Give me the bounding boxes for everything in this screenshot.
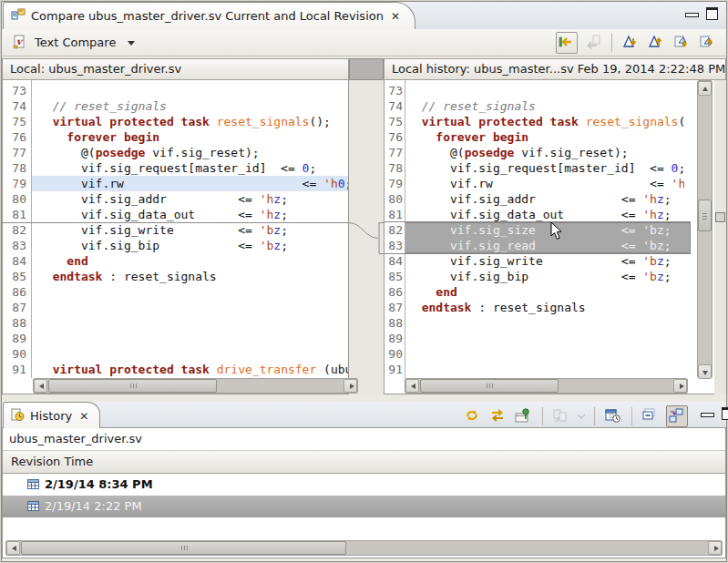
code-line-91[interactable]: 91 virtual protected task drive_transfer…	[3, 362, 348, 377]
scroll-left-arrow[interactable]	[6, 541, 20, 555]
minimize-icon[interactable]	[701, 413, 714, 417]
code-line-90[interactable]: 90	[385, 346, 684, 362]
minimize-icon[interactable]	[685, 13, 699, 17]
code-line-77[interactable]: 77 @(posedge vif.sig_reset);	[385, 145, 684, 160]
code-line-76[interactable]: 76 forever begin	[3, 129, 348, 145]
scroll-left-arrow[interactable]	[34, 379, 47, 393]
chevron-down-icon[interactable]	[128, 41, 135, 46]
code-line-83[interactable]: 83 vif.sig_bip <= 'bz;	[3, 238, 348, 253]
code-line-87[interactable]: 87 endtask : reset_signals	[385, 300, 684, 315]
code-line-75[interactable]: 75 virtual protected task reset_signals(…	[3, 114, 348, 129]
code-line-74[interactable]: 74 // reset_signals	[385, 98, 684, 114]
history-revision-row[interactable]: 2/19/14 8:34 PM	[3, 474, 725, 496]
code-text: vif.sig_read <= 'bz;	[407, 238, 672, 253]
vertical-scroll-thumb[interactable]	[698, 200, 712, 231]
refresh-icon[interactable]	[463, 406, 483, 426]
code-line-73[interactable]: 73	[3, 83, 348, 98]
code-line-89[interactable]: 89	[385, 331, 684, 346]
next-change-icon[interactable]	[672, 33, 692, 53]
code-text: forever begin	[407, 129, 528, 145]
line-number: 82	[385, 222, 403, 238]
scroll-down-arrow[interactable]	[698, 364, 712, 379]
code-line-76[interactable]: 76 forever begin	[385, 129, 684, 145]
history-horizontal-scrollbar[interactable]	[5, 540, 723, 556]
history-revision-row[interactable]: 2/19/14 2:22 PM	[3, 496, 725, 517]
right-code-area[interactable]: 7374 // reset_signals75 virtual protecte…	[385, 80, 684, 378]
code-text: @(posedge vif.sig_reset);	[407, 145, 629, 160]
code-line-80[interactable]: 80 vif.sig_addr <= 'hz;	[385, 191, 684, 207]
code-line-86[interactable]: 86	[3, 284, 348, 300]
scroll-right-arrow[interactable]	[343, 379, 357, 393]
code-line-87[interactable]: 87	[3, 300, 348, 315]
next-difference-icon[interactable]	[620, 33, 641, 53]
code-line-88[interactable]: 88	[3, 315, 348, 331]
compare-mode-icon[interactable]	[666, 405, 688, 427]
line-number: 82	[3, 222, 26, 238]
code-line-73[interactable]: 73	[385, 83, 684, 98]
editor-window-buttons	[685, 7, 718, 20]
code-line-78[interactable]: 78 vif.sig_request[master_id] <= 0;	[385, 160, 684, 176]
history-content: ubus_master_driver.sv Revision Time 2/19…	[2, 428, 726, 558]
scroll-right-arrow[interactable]	[708, 541, 722, 555]
code-line-79[interactable]: 79 vif.rw <= 'h0;	[3, 176, 348, 191]
compare-editor-tab[interactable]: Compare ubus_master_driver.sv Current an…	[3, 2, 415, 29]
right-vertical-scrollbar[interactable]	[697, 80, 713, 378]
right-horizontal-scrollbar[interactable]	[405, 378, 688, 394]
code-text: virtual protected task reset_signals();	[407, 114, 684, 129]
toolbar-separator	[542, 407, 543, 425]
code-line-78[interactable]: 78 vif.sig_request[master_id] <= 0;	[3, 160, 348, 176]
code-line-81[interactable]: 81 vif.sig_data_out <= 'hz;	[3, 207, 348, 222]
line-number: 90	[385, 346, 403, 362]
previous-change-icon[interactable]	[697, 33, 717, 53]
code-line-90[interactable]: 90	[3, 346, 348, 362]
code-line-80[interactable]: 80 vif.sig_addr <= 'hz;	[3, 191, 348, 207]
dropdown-caret-icon[interactable]	[577, 406, 586, 426]
copy-all-right-to-left-icon[interactable]	[556, 32, 578, 54]
link-with-editor-icon[interactable]	[488, 406, 508, 426]
code-line-77[interactable]: 77 @(posedge vif.sig_reset);	[3, 145, 348, 160]
code-line-79[interactable]: 79 vif.rw <= 'h0;	[385, 176, 684, 191]
code-line-85[interactable]: 85 endtask : reset_signals	[3, 269, 348, 284]
code-line-74[interactable]: 74 // reset_signals	[3, 98, 348, 114]
previous-difference-icon[interactable]	[646, 33, 666, 53]
line-number: 85	[385, 269, 403, 284]
horizontal-scroll-thumb[interactable]	[420, 379, 559, 393]
code-line-82[interactable]: 82 vif.sig_size <= 'bz;	[385, 222, 684, 238]
code-line-85[interactable]: 85 vif.sig_bip <= 'bz;	[385, 269, 684, 284]
code-text: virtual protected task reset_signals();	[38, 114, 331, 129]
pin-view-icon[interactable]	[514, 406, 534, 426]
revision-time-column-header[interactable]: Revision Time	[3, 451, 725, 474]
code-line-83[interactable]: 83 vif.sig_read <= 'bz;	[385, 238, 684, 253]
code-line-89[interactable]: 89	[3, 331, 348, 346]
code-line-84[interactable]: 84 end	[3, 253, 348, 269]
compare-mode-label[interactable]: Text Compare	[35, 29, 116, 56]
maximize-icon[interactable]	[706, 7, 718, 20]
close-icon[interactable]: ✕	[391, 10, 400, 23]
code-line-75[interactable]: 75 virtual protected task reset_signals(…	[385, 114, 684, 129]
group-by-date-icon[interactable]	[603, 406, 623, 426]
code-line-88[interactable]: 88	[385, 315, 684, 331]
scroll-up-arrow[interactable]	[698, 81, 712, 96]
copy-current-right-to-left-icon[interactable]	[583, 33, 603, 53]
code-text: // reset_signals	[38, 98, 167, 114]
code-line-84[interactable]: 84 vif.sig_write <= 'bz;	[385, 253, 684, 269]
left-horizontal-scrollbar[interactable]	[33, 378, 358, 394]
horizontal-scroll-thumb[interactable]	[21, 541, 346, 555]
scroll-left-arrow[interactable]	[405, 379, 419, 393]
code-line-91[interactable]: 91	[385, 362, 684, 377]
compare-action-icon[interactable]	[551, 406, 571, 426]
code-line-82[interactable]: 82 vif.sig_write <= 'bz;	[3, 222, 348, 238]
scroll-right-arrow[interactable]	[673, 379, 687, 393]
horizontal-scroll-thumb[interactable]	[48, 379, 217, 393]
eclipse-window: Compare ubus_master_driver.sv Current an…	[0, 0, 728, 563]
maximize-icon[interactable]	[722, 407, 728, 420]
history-view-tab[interactable]: History ✕	[3, 402, 100, 429]
code-text: forever begin	[38, 129, 159, 145]
code-line-86[interactable]: 86 end	[385, 284, 684, 300]
collapse-all-icon[interactable]	[641, 406, 661, 426]
overview-diff-marker[interactable]	[715, 212, 725, 222]
line-number: 87	[385, 300, 403, 315]
left-code-area[interactable]: 7374 // reset_signals75 virtual protecte…	[3, 80, 348, 378]
close-icon[interactable]: ✕	[79, 410, 88, 423]
code-line-81[interactable]: 81 vif.sig_data_out <= 'hz;	[385, 207, 684, 222]
